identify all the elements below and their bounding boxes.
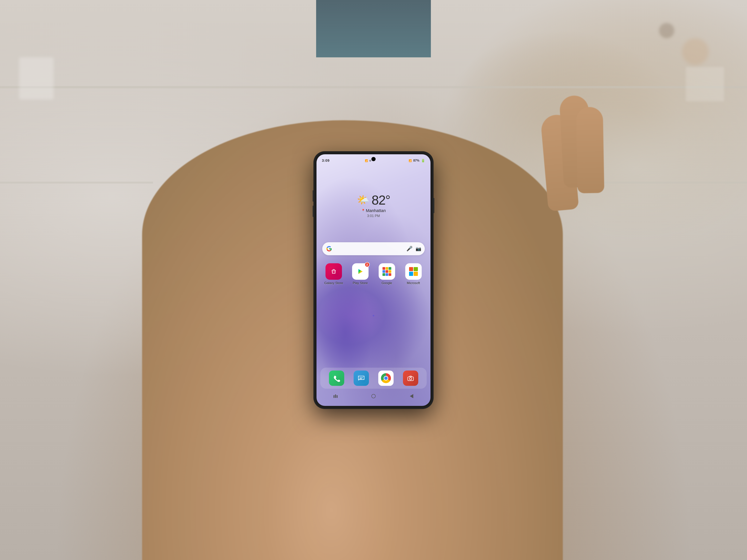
- volume-down-button[interactable]: [313, 206, 314, 217]
- shelf-line-3: [594, 182, 747, 184]
- google-icon-wrap: [379, 263, 395, 280]
- ga-dot-8: [386, 273, 388, 276]
- weather-time: 3:01 PM: [357, 214, 390, 218]
- microsoft-grid-icon: [409, 267, 418, 276]
- google-g-logo: [326, 245, 333, 252]
- play-store-badge: 2: [365, 262, 370, 267]
- weather-top: 🌤️ 82°: [357, 192, 390, 208]
- app-microsoft[interactable]: Microsoft: [402, 263, 425, 285]
- page-dot-active: [373, 315, 374, 316]
- phone-screen: 3:09 📶 ⚙ • 📶 87% 🔋 🌤️ 82°: [316, 154, 431, 406]
- dock-camera-icon[interactable]: [403, 371, 418, 386]
- shelf-decor-4: [659, 23, 674, 38]
- play-store-label: Play Store: [353, 281, 367, 285]
- shelf-decor-3: [682, 38, 709, 65]
- google-apps-grid-icon: [383, 267, 391, 276]
- phone-body: 3:09 📶 ⚙ • 📶 87% 🔋 🌤️ 82°: [314, 152, 433, 408]
- location-pin-icon: 📍: [361, 209, 365, 212]
- nav-back-button[interactable]: [407, 392, 416, 400]
- microsoft-icon-wrap: [405, 263, 422, 280]
- battery-icon: 🔋: [421, 159, 425, 163]
- ga-dot-7: [383, 273, 385, 276]
- search-bar[interactable]: 🎤 📷: [322, 242, 425, 255]
- ms-cell-4: [414, 272, 418, 276]
- finger-3: [576, 107, 604, 193]
- weather-temperature: 82°: [371, 192, 390, 208]
- svg-point-2: [334, 271, 335, 272]
- dock-chrome-icon[interactable]: [378, 371, 393, 386]
- microsoft-label: Microsoft: [407, 281, 420, 285]
- teal-bg: [316, 0, 431, 57]
- ga-dot-4: [383, 270, 385, 273]
- power-button[interactable]: [433, 198, 434, 213]
- ga-dot-6: [389, 270, 391, 273]
- search-mic-icon[interactable]: 🎤: [406, 246, 413, 251]
- wifi-icon: 📶: [365, 159, 368, 162]
- ms-cell-1: [409, 267, 413, 271]
- chrome-inner-circle: [384, 376, 388, 380]
- ga-dot-2: [386, 267, 388, 270]
- phone-wrapper: 3:09 📶 ⚙ • 📶 87% 🔋 🌤️ 82°: [314, 152, 433, 408]
- shelf-decor-1: [19, 57, 54, 100]
- ga-dot-9: [389, 273, 391, 276]
- app-play-store[interactable]: 2 Play Store: [349, 263, 371, 285]
- weather-location: 📍 Manhattan: [357, 208, 390, 213]
- galaxy-store-icon: [326, 263, 342, 280]
- nav-home-button[interactable]: [369, 392, 378, 400]
- dock-phone-icon[interactable]: [329, 371, 344, 386]
- google-label: Google: [382, 281, 392, 285]
- play-store-icon-wrap: 2: [352, 263, 368, 280]
- ga-dot-3: [389, 267, 391, 270]
- status-time: 3:09: [322, 159, 330, 163]
- ms-cell-2: [414, 267, 418, 271]
- microsoft-icon: [405, 263, 422, 280]
- svg-rect-0: [329, 267, 339, 276]
- status-right: 📶 87% 🔋: [409, 159, 425, 163]
- weather-widget: 🌤️ 82° 📍 Manhattan 3:01 PM: [357, 192, 390, 218]
- galaxy-store-label: Galaxy Store: [324, 281, 343, 285]
- back-icon: [410, 394, 413, 398]
- galaxy-store-icon-wrap: [326, 263, 342, 280]
- nav-bar: [316, 390, 431, 402]
- battery-label: 87%: [413, 159, 419, 162]
- dock-messages-icon[interactable]: [354, 371, 369, 386]
- ga-dot-5: [386, 270, 388, 273]
- ga-dot-1: [383, 267, 385, 270]
- recent-icon: [334, 394, 338, 398]
- page-indicator: [373, 315, 374, 316]
- chrome-circle: [381, 373, 391, 383]
- nav-recent-button[interactable]: [331, 392, 340, 400]
- ms-cell-3: [409, 272, 413, 276]
- search-lens-icon[interactable]: 📷: [416, 246, 421, 251]
- signal-icon: 📶: [409, 159, 412, 162]
- home-icon: [371, 394, 376, 398]
- shelf-decor-2: [686, 67, 724, 101]
- app-grid: Galaxy Store: [322, 263, 425, 285]
- shelf-line-2: [0, 182, 153, 184]
- weather-icon: 🌤️: [357, 194, 369, 206]
- app-galaxy-store[interactable]: Galaxy Store: [322, 263, 345, 285]
- shelf-line-1: [0, 86, 747, 88]
- volume-up-button[interactable]: [313, 190, 314, 202]
- google-icon: [379, 263, 395, 280]
- svg-point-1: [333, 271, 333, 272]
- camera-hole: [371, 157, 376, 161]
- app-google[interactable]: Google: [376, 263, 398, 285]
- dock: [320, 368, 427, 389]
- gear-icon: ⚙: [369, 159, 371, 162]
